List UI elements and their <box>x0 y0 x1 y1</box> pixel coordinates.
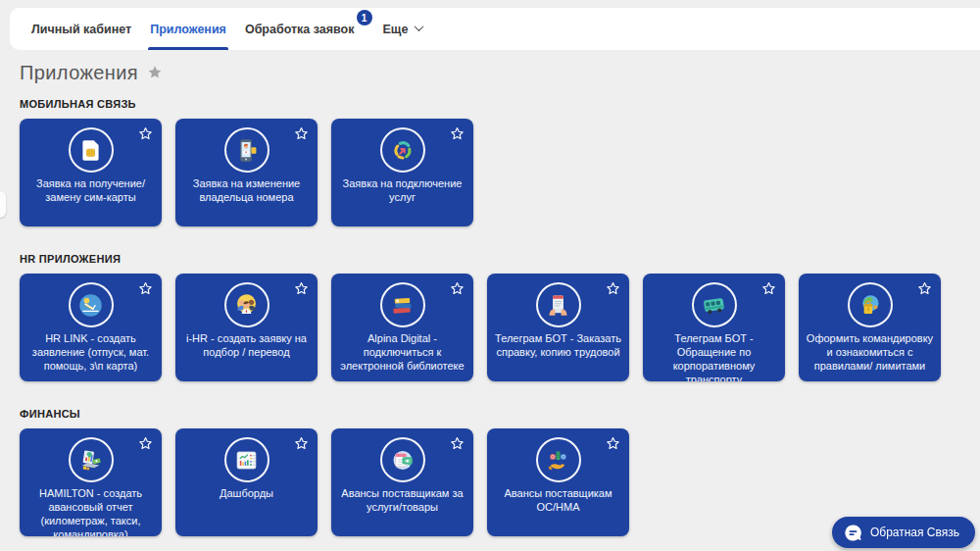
app-section: HR ПРИЛОЖЕНИЯ HR LINK - создать заявлени… <box>20 253 960 381</box>
app-tile-label: Alpina Digital - подключиться к электрон… <box>331 331 473 373</box>
phone-owner-icon <box>224 127 270 173</box>
travel-globe-icon <box>848 282 893 327</box>
favorite-star-icon[interactable] <box>761 281 776 296</box>
app-section: ФИНАНСЫ HAMILTON - создать авансовый отч… <box>20 408 960 536</box>
top-navigation: Личный кабинет Приложения Обработка заяв… <box>10 8 980 50</box>
app-tile[interactable]: i-HR - создать заявку на подбор / перево… <box>175 274 318 381</box>
app-tile-label: Авансы поставщикам ОС/НМА <box>487 486 629 514</box>
app-tile-label: HR LINK - создать заявление (отпуск, мат… <box>20 331 162 373</box>
sim-card-icon <box>69 127 114 173</box>
nav-tab-label: Обработка заявок <box>245 23 355 36</box>
page-title: Приложения <box>20 62 138 84</box>
app-tile[interactable]: Телеграм БОТ - Обращение по корпоративно… <box>643 274 785 381</box>
dashboard-icon <box>224 437 270 482</box>
nav-tab[interactable]: Приложения <box>150 8 226 50</box>
nav-tab-label: Приложения <box>150 23 226 36</box>
favorite-star-icon[interactable] <box>917 281 932 296</box>
app-tile-label: Дашборды <box>175 486 318 500</box>
app-tile[interactable]: Alpina Digital - подключиться к электрон… <box>331 274 473 381</box>
app-tile[interactable]: Дашборды <box>175 428 318 536</box>
nav-tab-label: Личный кабинет <box>31 23 131 36</box>
app-tile-label: Авансы поставщикам за услуги/товары <box>331 486 473 514</box>
section-title: HR ПРИЛОЖЕНИЯ <box>20 253 960 265</box>
invoice-money-icon <box>380 437 425 482</box>
vacation-icon <box>69 282 114 327</box>
nav-tabs: Личный кабинет Приложения Обработка заяв… <box>31 8 422 50</box>
expense-report-icon <box>69 437 114 482</box>
tiles-row: HR LINK - создать заявление (отпуск, мат… <box>20 274 960 381</box>
favorite-star-icon[interactable] <box>294 126 309 141</box>
favorite-star-icon[interactable] <box>450 126 465 141</box>
app-tile-label: i-HR - создать заявку на подбор / перево… <box>175 331 318 359</box>
app-tile[interactable]: Телеграм БОТ - Заказать справку, копию т… <box>487 274 629 381</box>
favorite-star-icon[interactable] <box>606 281 620 296</box>
hand-coins-icon <box>536 437 581 482</box>
app-section: МОБИЛЬНАЯ СВЯЗЬ Заявка на получение/ зам… <box>20 98 960 226</box>
favorite-star-icon[interactable] <box>138 436 153 451</box>
app-tile[interactable]: Заявка на изменение владельца номера <box>175 119 318 226</box>
bus-icon <box>692 282 737 327</box>
tiles-row: Заявка на получение/ замену сим-карты За… <box>20 119 960 226</box>
favorite-star-icon[interactable] <box>450 436 465 451</box>
favorite-star-icon[interactable] <box>138 281 153 296</box>
app-tile[interactable]: Оформить командировку и ознакомиться с п… <box>799 274 941 381</box>
team-icon <box>224 282 270 327</box>
app-tile-label: Телеграм БОТ - Заказать справку, копию т… <box>487 331 629 359</box>
chevron-down-icon <box>415 22 424 31</box>
app-tile-label: Заявка на получение/ замену сим-карты <box>20 176 162 204</box>
nav-tab[interactable]: Личный кабинет <box>31 8 131 50</box>
nav-tab-label: Еще <box>383 23 409 36</box>
sidebar-handle[interactable] <box>0 191 6 218</box>
favorite-star-icon[interactable] <box>294 436 309 451</box>
nav-tab[interactable]: Еще <box>383 8 423 50</box>
app-tile[interactable]: Авансы поставщикам ОС/НМА <box>487 428 629 536</box>
section-title: ФИНАНСЫ <box>20 408 960 420</box>
chat-icon <box>844 524 862 542</box>
favorite-star-icon[interactable] <box>147 65 163 80</box>
favorite-star-icon[interactable] <box>138 126 153 141</box>
app-tile-label: Заявка на подключение услуг <box>331 176 473 204</box>
app-tile[interactable]: Заявка на получение/ замену сим-карты <box>20 119 162 226</box>
books-icon <box>380 282 425 327</box>
app-tile-label: Телеграм БОТ - Обращение по корпоративно… <box>643 331 785 381</box>
tiles-row: HAMILTON - создать авансовый отчет (кило… <box>20 428 960 536</box>
section-title: МОБИЛЬНАЯ СВЯЗЬ <box>20 98 960 110</box>
nav-tab[interactable]: Обработка заявок 1 <box>245 8 365 50</box>
feedback-button[interactable]: Обратная Связь <box>832 517 975 548</box>
applications-page: Приложения МОБИЛЬНАЯ СВЯЗЬ Заявка на пол… <box>0 50 980 536</box>
app-tile[interactable]: HR LINK - создать заявление (отпуск, мат… <box>20 274 162 381</box>
services-sync-icon <box>380 127 425 173</box>
app-tile[interactable]: HAMILTON - создать авансовый отчет (кило… <box>20 428 162 536</box>
favorite-star-icon[interactable] <box>294 281 309 296</box>
app-tile[interactable]: Авансы поставщикам за услуги/товары <box>331 428 473 536</box>
document-hands-icon <box>536 282 581 327</box>
favorite-star-icon[interactable] <box>606 436 620 451</box>
app-tile-label: Заявка на изменение владельца номера <box>175 176 318 204</box>
favorite-star-icon[interactable] <box>450 281 465 296</box>
notification-badge: 1 <box>357 10 372 25</box>
top-strip <box>0 0 980 8</box>
feedback-button-label: Обратная Связь <box>870 526 959 539</box>
app-tile-label: HAMILTON - создать авансовый отчет (кило… <box>20 486 162 536</box>
app-tile-label: Оформить командировку и ознакомиться с п… <box>799 331 941 373</box>
page-title-row: Приложения <box>20 61 960 84</box>
app-tile[interactable]: Заявка на подключение услуг <box>331 119 473 226</box>
sections-host: МОБИЛЬНАЯ СВЯЗЬ Заявка на получение/ зам… <box>20 98 960 536</box>
